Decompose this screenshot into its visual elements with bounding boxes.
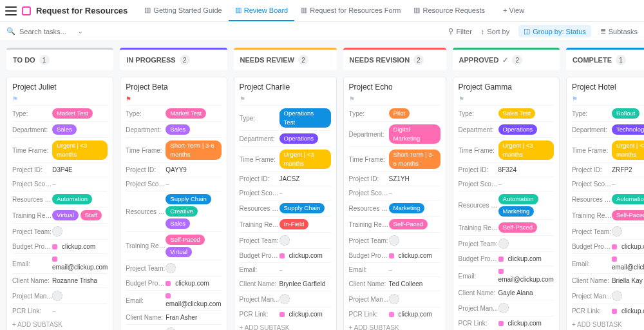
group-button[interactable]: ◫Group by: Status <box>518 25 591 37</box>
field-value[interactable] <box>612 226 644 237</box>
subtasks-button[interactable]: ≣Subtasks <box>600 27 638 35</box>
column-header[interactable]: COMPLETE1 <box>566 48 644 70</box>
tag-pill[interactable]: Short-Term | 3-6 months <box>166 141 221 160</box>
field-value[interactable]: – <box>279 266 331 273</box>
tag-pill[interactable]: Pilot <box>389 108 410 119</box>
field-value[interactable] <box>498 238 554 249</box>
field-value[interactable]: email@clickup.com <box>52 257 108 271</box>
tag-pill[interactable]: Rollout <box>612 108 640 119</box>
field-value[interactable]: clickup.com <box>166 280 221 287</box>
field-value[interactable]: Urgent | <3 months <box>498 141 554 160</box>
link-text[interactable]: clickup.com <box>508 320 542 327</box>
space-icon[interactable] <box>22 6 31 15</box>
tag-pill[interactable]: Automation <box>612 194 644 204</box>
tag-pill[interactable]: Supply Chain <box>166 194 211 204</box>
field-value[interactable]: email@clickup.com <box>498 269 554 283</box>
field-value[interactable]: Operations Test <box>279 108 331 128</box>
field-value[interactable]: 8F324 <box>498 166 554 173</box>
field-value[interactable]: ZRFP2 <box>612 166 644 173</box>
field-value[interactable]: Self-Paced <box>612 210 644 220</box>
link-text[interactable]: email@clickup.com <box>612 264 644 271</box>
task-card[interactable]: Project Charlie⚑Type:Operations TestDepa… <box>234 77 337 330</box>
tag-pill[interactable]: Urgent | <3 months <box>498 141 554 160</box>
field-value[interactable]: – <box>389 189 440 197</box>
link-text[interactable]: clickup.com <box>621 243 644 250</box>
tag-pill[interactable]: Operations <box>279 133 318 144</box>
field-value[interactable]: JACSZ <box>279 175 331 182</box>
field-value[interactable]: clickup.com <box>389 252 440 259</box>
field-value[interactable]: Operations <box>498 124 554 135</box>
field-value[interactable] <box>612 291 644 301</box>
field-value[interactable]: Ted Colleen <box>389 280 440 287</box>
field-value[interactable] <box>279 235 331 246</box>
field-value[interactable]: – <box>52 307 108 315</box>
tag-pill[interactable]: Self-Paced <box>166 235 204 245</box>
field-value[interactable]: Supply ChainCreativeSales <box>166 194 221 229</box>
tag-pill[interactable]: Sales Test <box>498 108 536 119</box>
card-title[interactable]: Project Gamma <box>459 82 554 92</box>
tab-request-for-resources-form[interactable]: ▥Request for Resources Form <box>294 0 407 21</box>
field-value[interactable]: Digital Marketing <box>389 124 440 144</box>
field-value[interactable]: Pilot <box>389 108 440 119</box>
field-value[interactable] <box>166 327 221 330</box>
field-value[interactable]: Short-Term | 3-6 months <box>166 141 221 160</box>
add-subtask-button[interactable]: + ADD SUBTASK <box>572 318 644 329</box>
field-value[interactable]: Self-Paced <box>498 222 554 233</box>
field-value[interactable]: – <box>498 180 554 188</box>
tag-pill[interactable]: Market Test <box>52 108 93 119</box>
field-value[interactable]: Sales <box>166 124 221 135</box>
flag-icon[interactable]: ⚑ <box>349 95 440 102</box>
field-value[interactable]: clickup.com <box>52 243 108 250</box>
task-card[interactable]: Project Hotel⚑Type:RolloutDepartment:Tec… <box>566 77 644 330</box>
avatar-placeholder[interactable] <box>612 291 622 301</box>
flag-icon[interactable]: ⚑ <box>12 95 108 102</box>
tag-pill[interactable]: Virtual <box>166 247 192 257</box>
link-text[interactable]: clickup.com <box>399 311 432 318</box>
avatar-placeholder[interactable] <box>52 291 62 301</box>
link-text[interactable]: clickup.com <box>62 243 95 250</box>
tag-pill[interactable]: Urgent | <3 months <box>612 141 644 160</box>
tag-pill[interactable]: Marketing <box>389 203 425 213</box>
menu-icon[interactable] <box>5 6 17 15</box>
field-value[interactable]: Market Test <box>52 108 108 119</box>
field-value[interactable]: clickup.com <box>612 307 644 315</box>
field-value[interactable]: – <box>52 180 108 188</box>
field-value[interactable]: In-Field <box>279 219 331 229</box>
field-value[interactable]: – <box>389 266 440 273</box>
avatar-placeholder[interactable] <box>279 294 290 304</box>
field-value[interactable]: Short-Term | 3-6 months <box>389 150 440 169</box>
column-header[interactable]: NEEDS REVIEW2 <box>234 48 337 70</box>
field-value[interactable]: VirtualStaff <box>52 210 108 220</box>
field-value[interactable]: Automation <box>52 194 108 204</box>
link-text[interactable]: email@clickup.com <box>166 300 221 307</box>
avatar-placeholder[interactable] <box>389 294 399 304</box>
tag-pill[interactable]: Self-Paced <box>612 210 644 220</box>
link-text[interactable]: clickup.com <box>289 311 323 318</box>
field-value[interactable]: clickup.com <box>389 311 440 318</box>
field-value[interactable]: – <box>612 180 644 188</box>
field-value[interactable]: D3P4E <box>52 166 108 173</box>
field-value[interactable]: – <box>279 189 331 197</box>
field-value[interactable]: clickup.com <box>612 243 644 250</box>
tag-pill[interactable]: Market Test <box>166 108 206 119</box>
field-value[interactable]: Self-Paced <box>389 219 440 229</box>
tag-pill[interactable]: Urgent | <3 months <box>279 150 331 169</box>
field-value[interactable]: Self-PacedVirtual <box>166 235 221 257</box>
field-value[interactable]: Briella Kay <box>612 277 644 284</box>
link-text[interactable]: clickup.com <box>175 280 209 287</box>
card-title[interactable]: Project Charlie <box>240 82 331 92</box>
field-value[interactable]: email@clickup.com <box>612 257 644 271</box>
flag-icon[interactable]: ⚑ <box>126 95 221 102</box>
avatar-placeholder[interactable] <box>279 235 290 246</box>
field-value[interactable]: Rozanne Trisha <box>52 277 108 284</box>
tab-getting-started-guide[interactable]: ▥Getting Started Guide <box>138 0 228 21</box>
tag-pill[interactable]: Urgent | <3 months <box>52 141 108 160</box>
add-subtask-button[interactable]: + ADD SUBTASK <box>240 321 331 330</box>
field-value[interactable]: Operations <box>279 133 331 144</box>
field-value[interactable]: SZ1YH <box>389 175 440 182</box>
field-value[interactable]: clickup.com <box>498 255 554 262</box>
field-value[interactable]: clickup.com <box>498 320 554 327</box>
field-value[interactable]: clickup.com <box>279 252 331 259</box>
tag-pill[interactable]: Operations Test <box>279 108 331 128</box>
link-text[interactable]: clickup.com <box>399 252 432 259</box>
